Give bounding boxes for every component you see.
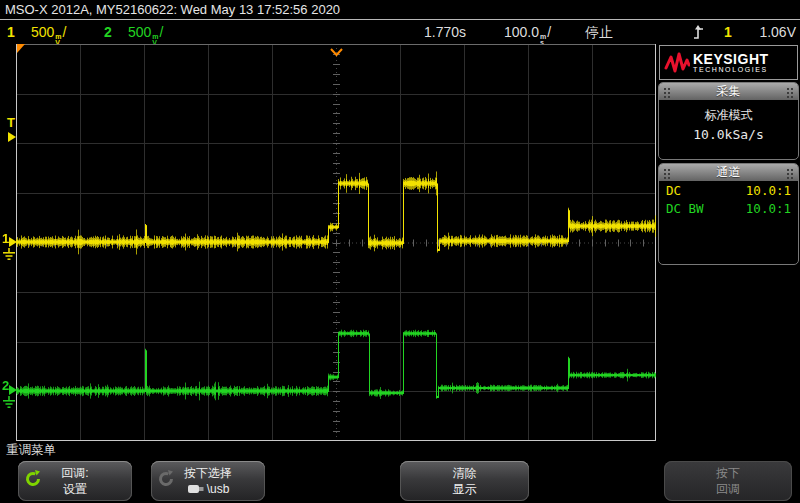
channel-panel: 通道 DC 10.0:1 DC BW 10.0:1 [658,163,799,265]
sample-rate: 10.0kSa/s [659,127,798,142]
keysight-logo: KEYSIGHT TECHNOLOGIES [659,45,798,80]
ch2-ground-arrow-icon [9,385,17,395]
oscilloscope-screen: MSO-X 2012A, MY52160622: Wed May 13 17:5… [0,0,800,503]
grip-icon [787,88,789,90]
softkey-press-select-usb[interactable]: 按下选择 \usb [151,461,265,501]
acquisition-panel: 采集 标准模式 10.0kSa/s [658,82,799,160]
recall-arrow-gray-icon [156,469,176,492]
ch1-coupling: DC [666,183,681,199]
trigger-level-readout: 1.06V [759,22,796,42]
ch2-ground-icon [2,395,16,413]
ch2-probe-ratio: 10.0:1 [746,201,791,217]
usb-drive-icon [187,482,205,498]
ch1-ground-icon [2,247,16,265]
channel-panel-header[interactable]: 通道 [659,164,798,181]
ch2-coupling-row: DC BW 10.0:1 [659,199,798,217]
trigger-level-arrow-icon [8,132,16,142]
grip-icon [664,169,666,171]
ch1-coupling-row: DC 10.0:1 [659,181,798,199]
time-reference-corner-icon [17,44,25,53]
status-bar: 1 500mV/ 2 500mV/ 1.770s 100.0ms/ 停止 1 1… [0,21,800,44]
ch1-probe-ratio: 10.0:1 [746,183,791,199]
ch2-coupling: DC BW [666,201,704,217]
softkey-clear-display[interactable]: 清除 显示 [400,461,529,501]
ch1-ground-arrow-icon [9,237,17,247]
grip-icon [664,88,666,90]
ch1-scale[interactable]: 500mV/ [31,22,66,42]
time-position-readout: 1.770s [424,22,466,42]
acquisition-panel-header[interactable]: 采集 [659,83,798,100]
trigger-position-icon [329,43,344,61]
recall-arrow-green-icon [23,469,43,492]
run-state-label: 停止 [585,22,613,42]
logo-sub: TECHNOLOGIES [693,66,769,74]
softkey-press-recall: 按下 回调 [664,461,792,501]
trigger-source: 1 [724,22,732,42]
logo-brand: KEYSIGHT [693,52,769,66]
waveform-display [16,44,656,441]
instrument-title: MSO-X 2012A, MY52160622: Wed May 13 17:5… [0,0,800,20]
ch2-scale[interactable]: 500mV/ [128,22,163,42]
softkey-recall-setup[interactable]: 回调: 设置 [18,461,132,501]
ch2-number[interactable]: 2 [104,22,112,42]
rising-edge-icon [692,24,704,44]
ch1-number[interactable]: 1 [7,22,15,42]
keysight-spark-icon [664,50,690,76]
menu-title: 重调菜单 [6,442,56,459]
grip-icon [787,169,789,171]
timebase-readout: 100.0ms/ [504,22,551,42]
acquisition-mode: 标准模式 [659,107,798,124]
trigger-level-marker: T [7,116,15,129]
